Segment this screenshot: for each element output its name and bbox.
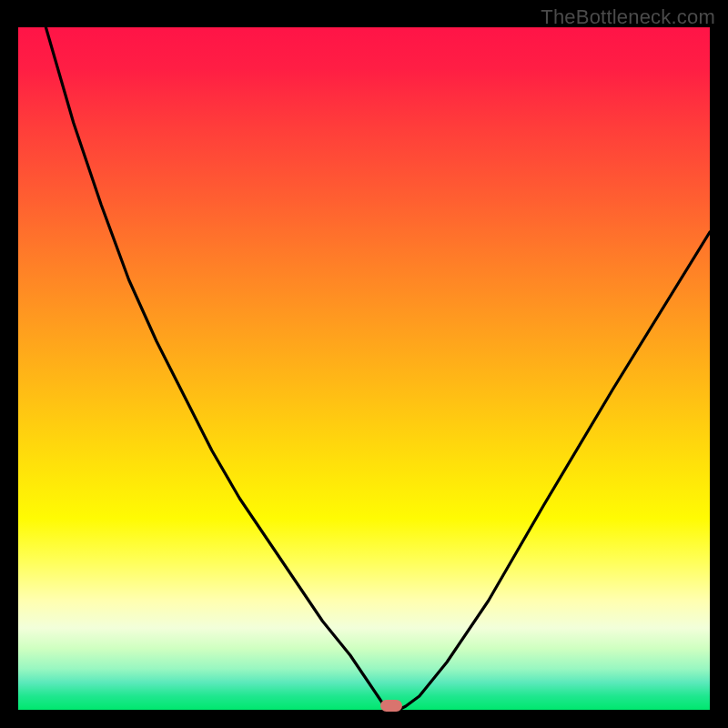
plot-area: [18, 27, 710, 710]
watermark-label: TheBottleneck.com: [541, 5, 715, 29]
bottleneck-curve: [18, 27, 710, 710]
chart-frame: TheBottleneck.com: [0, 0, 728, 728]
minimum-marker: [380, 700, 402, 712]
